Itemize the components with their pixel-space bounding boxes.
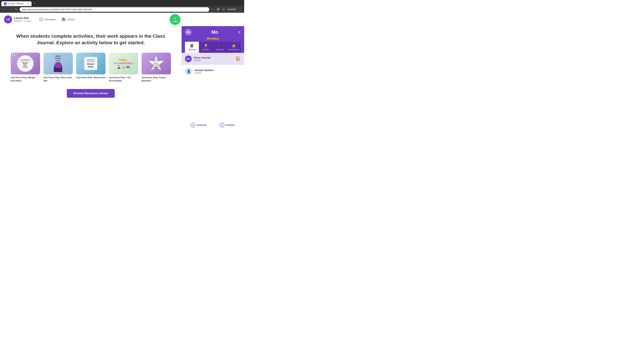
library-icon: 📚 (62, 17, 66, 21)
sidebar-top: Mo Mo ⚙ (185, 29, 241, 35)
active-tab[interactable]: S Journal - Seesaw ✕ (1, 1, 32, 6)
class-journal-avatar: Mo (185, 55, 192, 62)
new-tab-button[interactable]: + (32, 0, 38, 6)
activity-title: Just Press Play: Praise-Question- (142, 76, 171, 82)
activities-grid: COLLABORATIVEPROTOCOLS Mingle-Pair-Share… (8, 53, 174, 82)
student-avatar: 👤 (185, 68, 192, 75)
forward-button[interactable]: → (8, 7, 13, 11)
activity-card[interactable]: COMMUNITYBUILDERS Shout-Outs Just Press … (76, 53, 106, 82)
user-info[interactable]: LD Lauren Deli Teacher - 1 Class (4, 15, 31, 23)
activity-thumbnail: DEARCURLYHAIR (44, 53, 73, 74)
add-students-icon: + (191, 123, 196, 127)
journal-tab-label: Journal (188, 48, 196, 51)
student-posts: 0 posts (194, 71, 213, 74)
journal-tab-icon: 📓 (186, 44, 198, 48)
tab-progress[interactable]: 🎓 Progress (213, 42, 227, 53)
families-label: Families (226, 124, 235, 126)
tab-favicon: S (4, 2, 7, 5)
user-details: Lauren Deli Teacher - 1 Class (14, 16, 31, 22)
class-journal-info: Class Journal 0 posts (194, 56, 210, 61)
activity-card[interactable]: COLLABORATIVEPROTOCOLS Mingle-Pair-Share… (11, 53, 40, 82)
tab-notifications[interactable]: 🔔 Notifications (227, 42, 241, 53)
sidebar-content: Mo Class Journal 0 posts 📔 👤 Sample Stud… (182, 53, 244, 120)
main-content: When students complete activities, their… (0, 26, 182, 130)
bookmark-icon[interactable]: ☆ (211, 7, 214, 12)
activities-tab-label: Activities (202, 48, 210, 51)
notifications-tab-label: Notifications (228, 48, 239, 51)
library-nav-item[interactable]: 📚 Library (62, 17, 75, 21)
activity-thumbnail: COLLABORATIVEPROTOCOLS Mingle-Pair-Share… (11, 53, 40, 74)
activity-thumbnail: COMMUNITYBUILDERS Shout-Outs (76, 53, 106, 74)
class-journal-posts: 0 posts (194, 59, 210, 61)
messages-nav-item[interactable]: 💬 Messages (39, 17, 56, 21)
student-section[interactable]: 👤 Sample Student 0 posts (182, 65, 244, 78)
avatar: LD (4, 15, 12, 23)
user-role: Teacher - 1 Class (14, 19, 31, 22)
hero-heading: When students complete activities, their… (15, 33, 166, 46)
progress-tab-label: Progress (216, 48, 224, 51)
plus-icon: + (174, 16, 176, 20)
settings-icon[interactable]: ⚙ (238, 30, 241, 34)
tab-journal[interactable]: 📓 Journal (185, 42, 199, 53)
notifications-tab-icon: 🔔 (228, 44, 240, 48)
sidebar-tabs: 📓 Journal 💡 Activities 🎓 Progress 🔔 Noti… (185, 42, 241, 53)
students-label: Students (197, 124, 207, 126)
activity-card[interactable]: I Am... ACCOUNTABLE 🍒 ✌️ 🎮 Just Press Pl… (109, 53, 138, 82)
sidebar-footer: + Students + Families (182, 120, 244, 130)
activity-thumbnail: COLLABORATIVEPROTOCOLS Praise-Question-S… (142, 53, 171, 74)
messages-icon: 💬 (39, 17, 43, 21)
add-students-button[interactable]: + Students (191, 123, 207, 127)
address-bar[interactable]: app.seesaw.me/#/class/class.e01bf4c2-9a2… (20, 7, 209, 12)
tab-close-button[interactable]: ✕ (27, 2, 29, 5)
tab-title: Journal - Seesaw (8, 2, 26, 5)
app: LD Lauren Deli Teacher - 1 Class 💬 Messa… (0, 13, 244, 130)
tab-activities[interactable]: 💡 Activities (199, 42, 213, 53)
class-journal-title: Class Journal (194, 56, 210, 59)
sidebar-class-avatar: Mo (185, 29, 192, 35)
student-info: Sample Student 0 posts (194, 69, 213, 74)
activity-title: Just Press Play: Dear Curly Hair (44, 76, 73, 82)
user-name: Lauren Deli (14, 16, 31, 19)
right-sidebar: Mo Mo ⚙ Moodjoy 📓 Journal 💡 Activities (182, 26, 244, 130)
extensions-icon[interactable]: 🧩 (216, 7, 220, 12)
activity-card[interactable]: COLLABORATIVEPROTOCOLS Praise-Question-S… (142, 53, 171, 82)
activity-thumbnail: I Am... ACCOUNTABLE 🍒 ✌️ 🎮 (109, 53, 138, 74)
activities-tab-icon: 💡 (200, 44, 212, 48)
sidebar-header: Mo Mo ⚙ Moodjoy 📓 Journal 💡 Activities (182, 26, 244, 53)
student-name: Sample Student (194, 69, 213, 71)
incognito-badge: Incognito (226, 8, 237, 11)
sidebar-class-name: Mo (211, 29, 218, 35)
class-journal-section[interactable]: Mo Class Journal 0 posts 📔 (182, 53, 244, 65)
add-label: Add (173, 20, 177, 23)
activity-title: Just Press Play: I Am Accountable (109, 76, 138, 82)
app-body: When students complete activities, their… (0, 26, 244, 130)
browser-tab-bar: S Journal - Seesaw ✕ + (0, 0, 244, 6)
add-button[interactable]: + Add (170, 14, 180, 25)
activity-card[interactable]: DEARCURLYHAIR Just Press Play: Dear Curl… (44, 53, 73, 82)
header-nav: 💬 Messages 📚 Library (39, 17, 75, 21)
activity-title: Just Press Play: Shout-Outs (76, 76, 106, 79)
browse-resource-library-button[interactable]: Browse Resource Library (67, 89, 115, 98)
add-families-icon: + (220, 123, 224, 127)
add-families-button[interactable]: + Families (220, 123, 235, 127)
reload-button[interactable]: ↻ (14, 7, 18, 12)
toolbar-icons: ☆ 🧩 ⊡ Incognito ⋮ (211, 7, 242, 12)
back-button[interactable]: ← (2, 7, 7, 11)
browser-toolbar: ← → ↻ app.seesaw.me/#/class/class.e01bf4… (0, 6, 244, 13)
menu-icon[interactable]: ⋮ (238, 7, 242, 12)
journal-book-icon: 📔 (236, 56, 241, 61)
address-text: app.seesaw.me/#/class/class.e01bf4c2-9a2… (22, 8, 206, 11)
messages-label: Messages (44, 18, 56, 21)
split-icon[interactable]: ⊡ (222, 7, 225, 12)
progress-tab-icon: 🎓 (214, 44, 226, 48)
hero-text-section: When students complete activities, their… (8, 33, 174, 46)
library-label: Library (67, 18, 75, 21)
moodjoy-label: Moodjoy (185, 37, 241, 42)
app-header: LD Lauren Deli Teacher - 1 Class 💬 Messa… (0, 13, 244, 26)
activity-title: Just Press Play: Mingle-Pair-Share (11, 76, 40, 82)
